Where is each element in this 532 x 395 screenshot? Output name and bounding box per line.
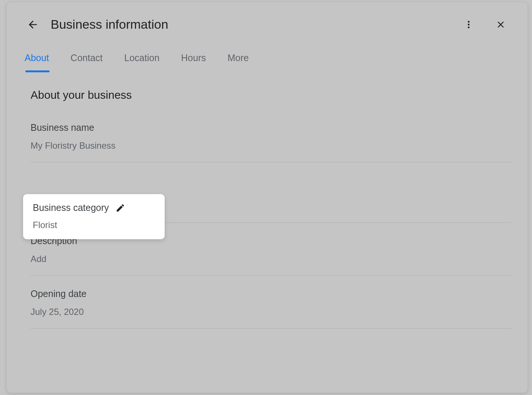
close-icon [495,19,506,30]
dialog-header: Business information [7,2,528,39]
field-opening-date[interactable]: Opening date July 25, 2020 [31,288,511,329]
tab-hours[interactable]: Hours [181,53,206,72]
field-value: Florist [33,220,155,230]
more-vert-icon [464,20,474,29]
field-value: Add [31,254,511,264]
field-business-name[interactable]: Business name My Floristry Business [31,122,511,162]
field-value: My Floristry Business [31,140,511,151]
field-value: July 25, 2020 [31,307,511,317]
close-button[interactable] [495,19,507,31]
header-actions [463,19,507,31]
tab-location[interactable]: Location [124,53,160,72]
svg-point-1 [468,23,470,25]
back-button[interactable] [27,19,39,31]
tab-contact[interactable]: Contact [70,53,102,72]
svg-point-2 [468,26,470,28]
svg-point-0 [468,21,470,23]
edit-icon [115,203,125,213]
tab-about[interactable]: About [25,53,49,72]
field-label: Opening date [31,288,86,299]
dialog-title: Business information [51,17,451,32]
field-description[interactable]: Description Add [31,236,511,276]
field-label: Business name [31,122,94,133]
tabs-bar: About Contact Location Hours More [7,39,528,72]
field-label: Business category [33,202,109,213]
field-business-category[interactable]: Business category Florist [23,194,165,239]
more-options-button[interactable] [463,19,475,31]
business-info-dialog: Business information About Contact Locat… [7,2,528,393]
section-title: About your business [31,89,511,101]
tab-more[interactable]: More [228,53,249,72]
arrow-back-icon [27,19,39,31]
